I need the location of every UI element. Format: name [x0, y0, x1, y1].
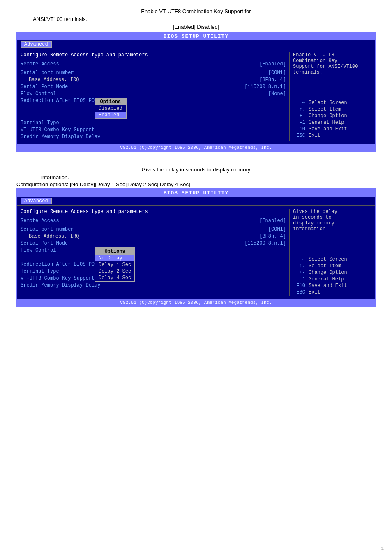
table-row: Remote Access [Enabled]: [21, 218, 286, 224]
row-label-remote-access: Remote Access: [21, 61, 95, 67]
row-label-base-addr-2: Base Address, IRQ: [29, 234, 103, 239]
nav-key-f10: F10: [293, 126, 305, 132]
bios-right-1: Enable VT-UTF8 Combination Key Support f…: [289, 52, 371, 141]
table-row: Serial Port Mode [115200 8,n,1]: [21, 84, 286, 90]
help-line: Gives the delay: [293, 209, 371, 215]
row-value-serial-mode: [115200 8,n,1]: [244, 84, 286, 90]
row-value-flow: [None]: [268, 91, 286, 97]
popup-item-delay4[interactable]: Delay 4 Sec: [95, 275, 134, 281]
nav-key-arrow: ←: [293, 100, 305, 106]
bios-title-bar-2: BIOS SETUP UTILITY: [17, 189, 375, 197]
help-line: information: [293, 226, 371, 232]
bottom-intro-line1: Gives the delay in seconds to display me…: [16, 166, 376, 173]
nav-row: F10 Save and Exit: [293, 126, 371, 132]
row-label-terminal: Terminal Type: [21, 120, 95, 126]
help-line: terminals.: [293, 69, 371, 75]
nav-row: F10 Save and Exit: [293, 283, 371, 289]
popup-item-disabled[interactable]: Disabled: [95, 105, 126, 112]
row-label-serial-port: Serial port number: [21, 70, 95, 76]
nav-row: ↑↓ Select Item: [293, 106, 371, 112]
popup-item-nodelay[interactable]: No Delay: [95, 255, 134, 261]
help-text-1: Enable VT-UTF8 Combination Key Support f…: [293, 52, 371, 75]
table-row: VT-UTF8 Combo Key Support: [21, 275, 286, 281]
row-value-serial-port-2: [COM1]: [268, 227, 286, 232]
row-value-base-addr-2: [3F8h, 4]: [259, 234, 286, 239]
row-label-serial-port-2: Serial port number: [21, 227, 95, 232]
row-label-vtutf8-2: VT-UTF8 Combo Key Support: [21, 275, 95, 281]
row-label-serial-mode: Serial Port Mode: [21, 84, 95, 90]
help-line: display memory: [293, 220, 371, 226]
nav-key-updown-2: ↑↓: [293, 263, 305, 269]
nav-row: ESC Exit: [293, 133, 371, 139]
bios-tab-bar-2: Advanced: [17, 197, 375, 206]
row-label-remote-access-2: Remote Access: [21, 218, 95, 224]
row-value-base-addr: [3F8h, 4]: [259, 77, 286, 83]
table-row: Serial port number [COM1]: [21, 70, 286, 76]
nav-row: ← Select Screen: [293, 100, 371, 106]
nav-key-esc: ESC: [293, 133, 305, 139]
nav-label-exit-2: Exit: [309, 289, 321, 295]
nav-label-save-exit: Save and Exit: [309, 126, 347, 132]
nav-row: ESC Exit: [293, 289, 371, 295]
nav-key-f10-2: F10: [293, 283, 305, 289]
table-row: Sredir Memory Display Delay: [21, 134, 286, 140]
table-row: Serial port number [COM1]: [21, 227, 286, 232]
nav-label-exit: Exit: [309, 133, 321, 139]
row-label-terminal-2: Terminal Type: [21, 268, 95, 274]
tab-advanced-2[interactable]: Advanced: [21, 198, 52, 204]
nav-row: ← Select Screen: [293, 257, 371, 262]
intro-line1: Enable VT-UTF8 Combination Key Support f…: [16, 8, 376, 14]
row-value-serial-mode-2: [115200 8,n,1]: [244, 240, 286, 246]
bios-nav-1: ← Select Screen ↑↓ Select Item +- Change…: [293, 100, 371, 139]
nav-label-change-option-2: Change Option: [309, 270, 347, 275]
popup-item-enabled[interactable]: Enabled: [95, 112, 126, 118]
row-label-redir: Redirection After BIOS POST: [21, 98, 100, 104]
nav-key-f1: F1: [293, 120, 305, 125]
bios-title-bar-1: BIOS SETUP UTILITY: [17, 32, 375, 40]
bios-nav-2: ← Select Screen ↑↓ Select Item +- Change…: [293, 257, 371, 295]
bottom-intro-section: Gives the delay in seconds to display me…: [16, 166, 376, 187]
table-row: Serial Port Mode [115200 8,n,1]: [21, 240, 286, 246]
page-number: 1: [381, 546, 384, 551]
popup-options-1: Options Disabled Enabled: [95, 98, 127, 119]
popup-title-2: Options: [95, 248, 134, 255]
nav-row: F1 General Help: [293, 276, 371, 282]
popup-item-delay1[interactable]: Delay 1 Sec: [95, 261, 134, 268]
table-row: VT-UTF8 Combo Key Support: [21, 127, 286, 133]
nav-label-select-item: Select Item: [309, 106, 341, 112]
row-label-flow: Flow Control: [21, 91, 95, 97]
bios-footer-1: v02.61 (C)Copyright 1985-2006, American …: [17, 144, 375, 151]
nav-row: ↑↓ Select Item: [293, 263, 371, 269]
row-value-remote-access: [Enabled]: [259, 61, 286, 67]
tab-advanced-1[interactable]: Advanced: [21, 41, 52, 48]
row-label-base-addr: Base Address, IRQ: [29, 77, 103, 83]
nav-label-change-option: Change Option: [309, 113, 347, 119]
nav-row: +- Change Option: [293, 270, 371, 275]
popup-title-1: Options: [95, 99, 126, 105]
bios-body-1: Configure Remote Access type and paramet…: [17, 49, 375, 144]
help-line: in seconds to: [293, 215, 371, 220]
help-line: Enable VT-UTF8: [293, 52, 371, 58]
section-title-2: Configure Remote Access type and paramet…: [21, 209, 286, 215]
row-label-vtutf8: VT-UTF8 Combo Key Support: [21, 127, 95, 133]
table-row: Sredir Memory Display Delay: [21, 282, 286, 288]
table-row: Redirection After BIOS POST Options Disa…: [21, 98, 286, 104]
row-label-redir-2: Redirection After BIOS POST: [21, 261, 100, 267]
nav-key-plusminus-2: +-: [293, 270, 305, 275]
table-row: Base Address, IRQ [3F8h, 4]: [21, 77, 286, 83]
bios-left-1: Configure Remote Access type and paramet…: [21, 52, 286, 141]
bios-right-2: Gives the delay in seconds to display me…: [289, 209, 371, 296]
row-label-sredir: Sredir Memory Display Delay: [21, 134, 100, 140]
row-label-sredir-2: Sredir Memory Display Delay: [21, 282, 100, 288]
nav-row: F1 General Help: [293, 120, 371, 125]
bios-tab-bar-1: Advanced: [17, 40, 375, 49]
nav-label-select-screen-2: Select Screen: [309, 257, 347, 262]
nav-label-general-help-2: General Help: [309, 276, 344, 282]
table-row: Redirection After BIOS POST: [21, 261, 286, 267]
nav-row: +- Change Option: [293, 113, 371, 119]
nav-key-esc-2: ESC: [293, 289, 305, 295]
nav-key-plusminus: +-: [293, 113, 305, 119]
table-row: Flow Control Options No Delay Delay 1 Se…: [21, 247, 286, 253]
popup-item-delay2[interactable]: Delay 2 Sec: [95, 268, 134, 275]
intro-line2: ANSI/VT100 terminals.: [33, 16, 376, 22]
